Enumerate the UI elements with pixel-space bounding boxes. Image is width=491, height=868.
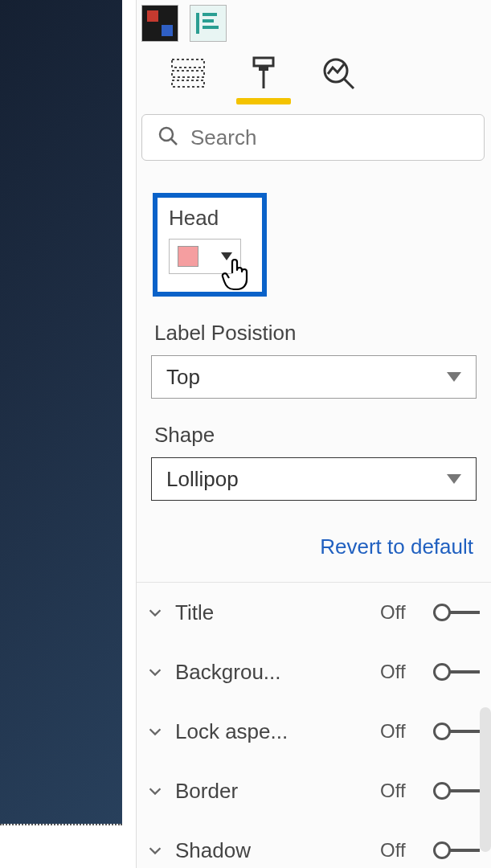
canvas-gutter <box>122 0 137 868</box>
chevron-down-icon <box>145 604 166 621</box>
format-section-state: Off <box>380 780 415 802</box>
format-section-toggle[interactable] <box>433 781 480 800</box>
shape-value: Lollipop <box>166 467 239 492</box>
chevron-down-icon <box>145 841 166 859</box>
search-box[interactable] <box>141 114 485 161</box>
search-icon <box>157 125 179 150</box>
format-section-row[interactable]: BorderOff <box>137 761 491 821</box>
format-section-state: Off <box>380 661 415 683</box>
tab-fields[interactable] <box>169 55 207 93</box>
format-section-row[interactable]: TitleOff <box>137 583 491 642</box>
chevron-down-icon <box>447 372 461 382</box>
svg-line-7 <box>344 79 354 88</box>
format-pane: Head Label Posistion Top Shape <box>137 0 491 868</box>
report-canvas-preview-bg <box>0 0 122 824</box>
svg-rect-2 <box>172 80 204 87</box>
svg-line-9 <box>171 139 177 145</box>
svg-rect-0 <box>172 59 204 68</box>
format-section-toggle[interactable] <box>433 722 480 741</box>
chevron-down-icon <box>145 782 166 800</box>
shape-label: Shape <box>154 423 477 448</box>
format-section-name: Lock aspe... <box>175 719 370 744</box>
svg-rect-4 <box>259 66 268 71</box>
report-canvas-preview <box>0 0 137 868</box>
format-section-row[interactable]: Backgrou...Off <box>137 642 491 702</box>
tab-analytics[interactable] <box>320 55 358 93</box>
cursor-hand-icon <box>221 256 253 294</box>
svg-rect-3 <box>254 58 273 66</box>
format-section-row[interactable]: ShadowOff <box>137 821 491 868</box>
head-color-picker[interactable] <box>169 239 241 274</box>
format-section-name: Title <box>175 600 370 625</box>
label-position-label: Label Posistion <box>154 321 477 346</box>
format-section-toggle[interactable] <box>433 841 480 860</box>
label-position-value: Top <box>166 365 200 390</box>
format-section-toggle[interactable] <box>433 662 480 682</box>
search-input[interactable] <box>190 125 469 150</box>
chevron-down-icon <box>145 663 166 681</box>
format-section-toggle[interactable] <box>433 603 480 622</box>
visual-type-badges <box>141 5 491 42</box>
format-section-list: TitleOffBackgrou...OffLock aspe...OffBor… <box>137 582 491 868</box>
format-section-state: Off <box>380 720 415 743</box>
head-color-swatch <box>178 246 198 267</box>
chevron-down-icon <box>145 723 166 740</box>
format-tabbar <box>137 50 491 93</box>
svg-rect-1 <box>172 71 204 77</box>
format-section-state: Off <box>380 839 415 862</box>
format-section-state: Off <box>380 601 415 624</box>
format-section-row[interactable]: Lock aspe...Off <box>137 702 491 761</box>
chevron-down-icon <box>447 474 461 484</box>
canvas-bottom-divider <box>0 824 122 825</box>
pane-scrollbar[interactable] <box>480 707 491 852</box>
label-position-select[interactable]: Top <box>151 355 477 399</box>
shape-select[interactable]: Lollipop <box>151 457 477 501</box>
revert-to-default-link[interactable]: Revert to default <box>320 534 473 559</box>
tab-format[interactable] <box>244 55 283 93</box>
format-section-name: Border <box>175 779 370 804</box>
head-color-highlight: Head <box>153 193 267 297</box>
format-section-name: Backgrou... <box>175 660 370 685</box>
format-section-name: Shadow <box>175 838 370 863</box>
visual-type-badge-2[interactable] <box>190 5 227 42</box>
head-label: Head <box>169 206 248 231</box>
svg-point-8 <box>160 128 173 141</box>
visual-type-badge-1[interactable] <box>141 5 178 42</box>
